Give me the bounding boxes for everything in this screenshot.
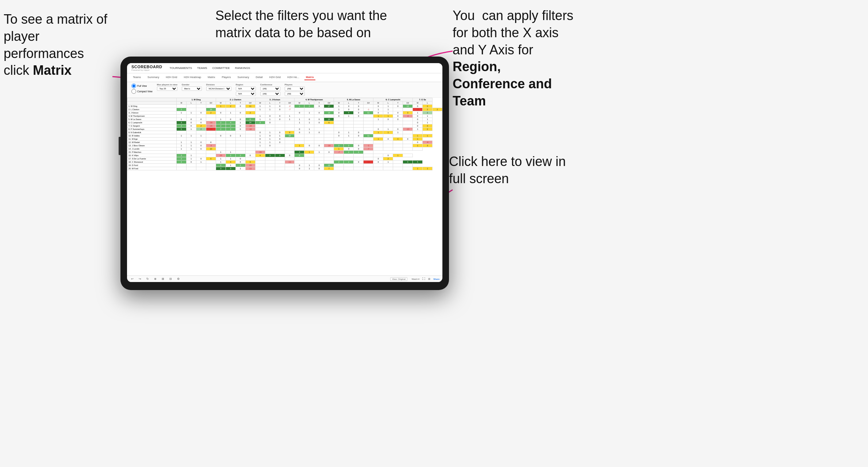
tab-h2h-he[interactable]: H2H He... bbox=[286, 75, 301, 80]
matrix-cell: 1 bbox=[186, 134, 196, 138]
matrix-cell bbox=[364, 121, 373, 124]
max-players-select[interactable]: Top 25 bbox=[157, 86, 177, 91]
matrix-cell: 0 bbox=[383, 154, 393, 157]
matrix-cell: 10 bbox=[206, 147, 216, 151]
matrix-cell bbox=[304, 134, 314, 138]
tab-teams[interactable]: Teams bbox=[131, 75, 142, 80]
nav-teams[interactable]: TEAMS bbox=[197, 66, 207, 70]
tab-h2h-heatmap[interactable]: H2H Heatmap bbox=[182, 75, 203, 80]
matrix-cell: 0 bbox=[334, 134, 344, 138]
toolbar-grid[interactable]: ⊞ bbox=[428, 278, 430, 281]
toolbar-undo[interactable]: ↩ bbox=[130, 277, 135, 281]
tab-h2h-grid2[interactable]: H2H Grid bbox=[268, 75, 282, 80]
tab-summary[interactable]: Summary bbox=[146, 75, 161, 80]
tab-players[interactable]: Players bbox=[220, 75, 232, 80]
players-select-1[interactable]: (All) bbox=[285, 86, 305, 91]
matrix-cell bbox=[245, 151, 255, 154]
matrix-cell: 0 bbox=[206, 157, 216, 161]
tab-h2h-grid[interactable]: H2H Grid bbox=[164, 75, 178, 80]
main-nav: TOURNAMENTS TEAMS COMMITTEE RANKINGS bbox=[169, 66, 250, 70]
tab-detail[interactable]: Detail bbox=[254, 75, 264, 80]
sh-1-dif: Dif bbox=[206, 101, 216, 105]
matrix-cell: 0 bbox=[324, 151, 334, 154]
players-select-2[interactable]: (All) bbox=[285, 92, 305, 96]
division-select[interactable]: NCAA Division I bbox=[206, 86, 231, 91]
matrix-cell: 0 bbox=[295, 164, 304, 167]
matrix-cell bbox=[186, 167, 196, 170]
matrix-cell bbox=[265, 167, 275, 170]
matrix-cell bbox=[344, 124, 354, 128]
conference-select-1[interactable]: (All) bbox=[260, 86, 280, 91]
toolbar-settings[interactable]: ⚙ bbox=[176, 277, 181, 281]
toolbar-view-label[interactable]: View: Original bbox=[390, 277, 407, 281]
matrix-cell bbox=[235, 141, 245, 144]
sh-5-w: W bbox=[334, 101, 344, 105]
matrix-cell bbox=[364, 141, 373, 144]
toolbar-zoom-out[interactable]: ⊟ bbox=[168, 277, 173, 281]
full-view-radio[interactable]: Full View bbox=[131, 84, 153, 88]
toolbar-refresh[interactable]: ↻ bbox=[145, 277, 150, 281]
sh-1-l: L bbox=[186, 101, 196, 105]
matrix-row-name: 10. B Valdes bbox=[127, 134, 177, 138]
toolbar-zoom-in[interactable]: ⊞ bbox=[161, 277, 165, 281]
region-select-2[interactable]: N/A bbox=[236, 92, 256, 96]
matrix-cell: 1 bbox=[186, 128, 196, 131]
matrix-cell bbox=[413, 131, 423, 134]
tab-matrix-active[interactable]: Matrix bbox=[304, 75, 315, 80]
matrix-cell: -25 bbox=[216, 154, 226, 157]
annotation-left: To see a matrix of player performances c… bbox=[4, 11, 117, 79]
matrix-cell bbox=[176, 167, 186, 170]
matrix-cell bbox=[403, 108, 413, 111]
nav-rankings[interactable]: RANKINGS bbox=[235, 66, 250, 70]
matrix-cell: 0 bbox=[285, 154, 295, 157]
annotation-right: You can apply filters for both the X axi… bbox=[453, 7, 577, 110]
matrix-cell: 0 bbox=[393, 128, 403, 131]
matrix-cell: 6 bbox=[245, 118, 255, 121]
matrix-cell bbox=[334, 124, 344, 128]
players-label: Players bbox=[285, 84, 305, 86]
matrix-cell bbox=[196, 167, 206, 170]
tab-summary2[interactable]: Summary bbox=[236, 75, 250, 80]
region-select-1[interactable]: N/A bbox=[236, 86, 256, 91]
matrix-cell bbox=[383, 144, 393, 147]
tablet-screen: SCOREBOARD Powered by clippd TOURNAMENTS… bbox=[127, 63, 442, 282]
max-players-filter: Max players in view Top 25 bbox=[157, 84, 177, 91]
matrix-cell bbox=[314, 138, 324, 141]
matrix-cell bbox=[285, 147, 295, 151]
gender-filter: Gender Men's bbox=[182, 84, 202, 91]
conference-select-2[interactable]: (All) bbox=[260, 92, 280, 96]
sh-2-dif: Dif bbox=[245, 101, 255, 105]
annotation-center: Select the filters you want the matrix d… bbox=[215, 7, 394, 42]
matrix-cell: 2 bbox=[176, 161, 186, 164]
matrix-container[interactable]: 1. W Ding 2. L Clanton 3. J Koivun 4. M … bbox=[127, 98, 442, 275]
matrix-cell: 2 bbox=[206, 111, 216, 115]
gender-select[interactable]: Men's bbox=[182, 86, 202, 91]
toolbar-redo[interactable]: ↪ bbox=[138, 277, 142, 281]
matrix-cell bbox=[245, 134, 255, 138]
matrix-cell: 0 bbox=[403, 138, 413, 141]
matrix-cell bbox=[226, 131, 235, 134]
matrix-cell: 1 bbox=[344, 131, 354, 134]
conference-label: Conference bbox=[260, 84, 280, 86]
nav-tournaments[interactable]: TOURNAMENTS bbox=[169, 66, 192, 70]
matrix-cell: -3 bbox=[206, 144, 216, 147]
matrix-cell: -15 bbox=[245, 124, 255, 128]
toolbar-fullscreen[interactable]: ⛶ bbox=[422, 277, 425, 281]
matrix-cell: 0 bbox=[196, 118, 206, 121]
division-filter: Division NCAA Division I bbox=[206, 84, 231, 91]
toolbar-cursor[interactable]: ⊕ bbox=[153, 277, 158, 281]
matrix-cell bbox=[235, 144, 245, 147]
compact-view-radio[interactable]: Compact View bbox=[131, 89, 153, 94]
tab-matrix[interactable]: Matrix bbox=[206, 75, 216, 80]
matrix-cell bbox=[245, 157, 255, 161]
matrix-cell bbox=[373, 121, 383, 124]
matrix-cell bbox=[354, 118, 364, 121]
toolbar-watch[interactable]: Watch ▾ bbox=[412, 278, 419, 280]
toolbar-share[interactable]: Share bbox=[433, 278, 439, 280]
matrix-cell bbox=[285, 138, 295, 141]
matrix-cell: 0 bbox=[304, 144, 314, 147]
matrix-cell: 2 bbox=[226, 154, 235, 157]
matrix-cell bbox=[176, 151, 186, 154]
matrix-cell: 0 bbox=[344, 108, 354, 111]
nav-committee[interactable]: COMMITTEE bbox=[212, 66, 230, 70]
